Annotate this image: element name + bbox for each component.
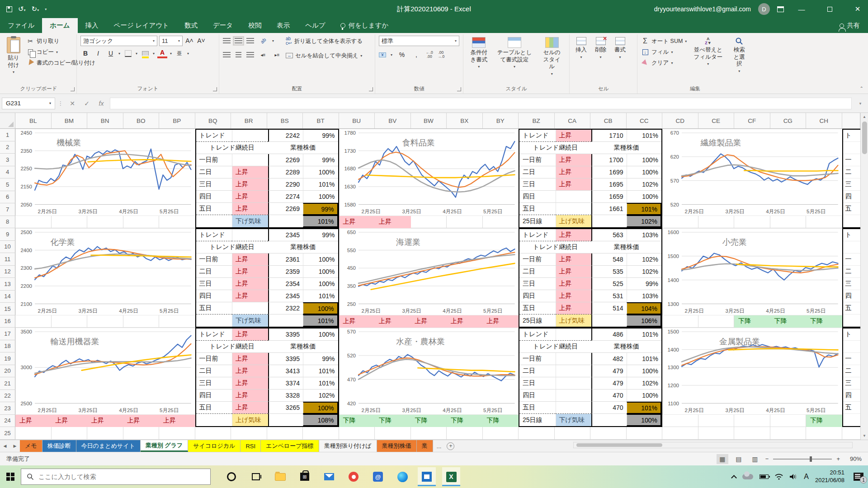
cell[interactable]: 三日 <box>196 377 232 389</box>
column-header-BY[interactable]: BY <box>483 113 519 128</box>
column-header-CA[interactable]: CA <box>555 113 591 128</box>
cell[interactable]: 四日 <box>519 191 556 203</box>
cell[interactable]: ト <box>843 229 861 241</box>
cell[interactable]: 四日 <box>519 389 556 402</box>
cell[interactable]: 五日 <box>196 302 232 314</box>
align-right-icon[interactable] <box>246 52 254 58</box>
cell[interactable]: 二 <box>843 365 861 377</box>
column-header-CH[interactable]: CH <box>806 113 842 128</box>
collapse-ribbon-icon[interactable]: ⌃ <box>860 86 863 91</box>
signal-cell[interactable]: 下降 <box>734 315 770 328</box>
signal-cell[interactable]: 下降 <box>411 415 447 427</box>
cell[interactable]: 五日 <box>519 302 556 314</box>
cell[interactable]: 三 <box>843 377 861 389</box>
cell[interactable] <box>196 314 232 327</box>
ribbon-tab-表示[interactable]: 表示 <box>269 18 297 33</box>
merge-center-button[interactable]: ↔セルを結合して中央揃え▾ <box>286 50 363 61</box>
cell[interactable]: 二日 <box>519 365 556 377</box>
column-header-BP[interactable]: BP <box>159 113 195 128</box>
cell[interactable]: 100% <box>303 191 338 203</box>
insert-function-icon[interactable]: fx <box>95 98 107 109</box>
cell[interactable]: 三日 <box>196 178 232 191</box>
row-header-3[interactable]: 3 <box>0 154 15 166</box>
signal-cell[interactable]: 下降 <box>447 415 483 427</box>
expand-formula-bar-icon[interactable]: ▾ <box>854 98 866 109</box>
bold-button[interactable]: B <box>80 48 90 58</box>
cell[interactable]: 100% <box>303 266 338 278</box>
cell[interactable]: トレンド <box>196 130 232 142</box>
signal-cell[interactable]: 上昇 <box>15 415 52 427</box>
italic-button[interactable]: I <box>93 48 103 58</box>
cell[interactable]: トレンド継続日 <box>519 241 591 253</box>
cell[interactable]: 535 <box>591 266 627 278</box>
chart-金属製品業[interactable]: 150014001300120011002月25日3月25日4月25日5月25日… <box>662 328 842 415</box>
cell[interactable]: 三日 <box>196 278 232 290</box>
cell[interactable]: 100% <box>627 166 662 178</box>
browser-red-icon[interactable] <box>344 467 363 486</box>
cell[interactable]: 2242 <box>268 130 303 142</box>
cancel-icon[interactable]: ✕ <box>66 98 78 109</box>
cell[interactable]: 101% <box>303 290 338 302</box>
align-left-icon[interactable] <box>223 52 231 58</box>
find-select-button[interactable]: 検索と選択▾ <box>729 36 749 84</box>
cell[interactable]: 102% <box>303 389 338 402</box>
cell[interactable]: 99% <box>303 229 338 241</box>
cell[interactable] <box>268 414 303 426</box>
signal-cell[interactable]: 上昇 <box>483 315 519 328</box>
cell[interactable]: 業種株価 <box>591 341 661 353</box>
cell[interactable]: 上昇 <box>556 290 592 302</box>
cell[interactable]: 100% <box>303 302 338 314</box>
cell[interactable]: 99% <box>303 154 338 166</box>
page-break-view-icon[interactable]: ▥ <box>749 454 761 464</box>
cell[interactable] <box>268 215 303 227</box>
cell[interactable]: 2289 <box>268 166 303 178</box>
row-header-23[interactable]: 23 <box>0 402 15 415</box>
cell[interactable]: 上げ気味 <box>232 414 268 426</box>
sheet-tab-業種別張り付けば[interactable]: 業種別張り付けば <box>319 440 377 452</box>
name-box[interactable]: G231▾ <box>2 98 55 109</box>
minimize-button[interactable]: — <box>791 0 812 18</box>
cell[interactable] <box>591 215 627 227</box>
start-button[interactable] <box>0 465 21 488</box>
redo-button[interactable]: ↻▾ <box>32 5 39 13</box>
cell[interactable]: 3395 <box>268 353 303 365</box>
row-header-2[interactable]: 2 <box>0 141 15 154</box>
chart-化学業[interactable]: 250024002300220021002月25日3月25日4月25日5月25日… <box>15 228 195 315</box>
cell[interactable]: 101% <box>627 353 662 365</box>
font-color-button[interactable]: A <box>157 48 167 58</box>
signal-cell[interactable]: 上昇 <box>375 216 411 229</box>
orientation-button[interactable]: ab <box>258 36 268 46</box>
cell[interactable]: 業種株価 <box>268 241 338 253</box>
phonetic-button[interactable]: 亜 <box>175 48 184 58</box>
vertical-scrollbar[interactable]: ▲ ▼ <box>860 113 868 440</box>
cell[interactable]: 上昇 <box>232 266 268 278</box>
cell[interactable] <box>268 314 303 327</box>
percent-format-icon[interactable]: % <box>397 50 407 60</box>
cell[interactable]: 上昇 <box>232 178 268 191</box>
cell[interactable] <box>556 328 592 341</box>
cell[interactable]: 一日前 <box>196 353 232 365</box>
cell[interactable]: トレンド継続日 <box>519 142 591 154</box>
sheet-tab-株価診断[interactable]: 株価診断 <box>42 440 76 452</box>
cell[interactable]: 一 <box>843 353 861 365</box>
cell[interactable]: 102% <box>627 377 662 389</box>
cell[interactable]: 101% <box>303 178 338 191</box>
cell[interactable]: 25日線 <box>519 414 556 426</box>
column-header-BW[interactable]: BW <box>411 113 447 128</box>
cell[interactable]: 1710 <box>591 130 627 142</box>
row-header-22[interactable]: 22 <box>0 390 15 403</box>
cell[interactable] <box>196 215 232 227</box>
undo-button[interactable]: ↺▾ <box>18 5 26 13</box>
cell[interactable]: 99% <box>303 353 338 365</box>
cell[interactable]: 上昇 <box>232 290 268 302</box>
cell[interactable]: 101% <box>627 328 662 341</box>
cell[interactable] <box>556 353 592 365</box>
signal-cell[interactable]: 上昇 <box>339 315 375 328</box>
sheet-tab-今日のまとめサイト[interactable]: 今日のまとめサイト <box>76 440 141 452</box>
cell[interactable] <box>843 341 861 353</box>
row-header-1[interactable]: 1 <box>0 129 15 141</box>
cell[interactable]: 業種株価 <box>268 142 338 154</box>
zoom-slider[interactable] <box>773 459 832 460</box>
number-format-select[interactable]: 標準▾ <box>379 36 459 46</box>
cell[interactable]: 上昇 <box>232 389 268 402</box>
